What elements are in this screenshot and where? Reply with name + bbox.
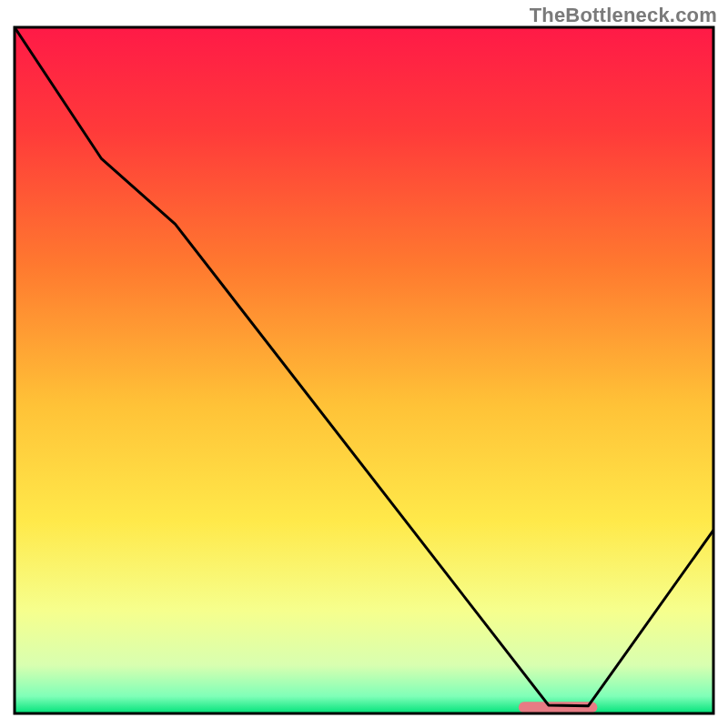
watermark-text: TheBottleneck.com	[530, 4, 717, 27]
chart-container: TheBottleneck.com	[0, 0, 728, 728]
bottleneck-chart	[0, 0, 728, 728]
spectral-gradient-background	[15, 27, 713, 713]
